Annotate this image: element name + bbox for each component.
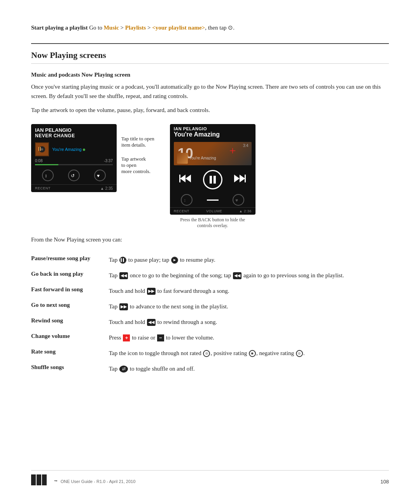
svg-rect-12 bbox=[214, 176, 216, 184]
ctrl-row-fastfwd: Fast forward in song Touch and hold ▶▶ t… bbox=[31, 283, 389, 299]
ctrl-row-shuffle: Shuffle songs Tap ⇄ to toggle shuffle on… bbox=[31, 361, 389, 376]
screen2-main-controls bbox=[170, 167, 256, 192]
footer-guide-text: ONE User Guide - R1.0 - April 21, 2010 bbox=[61, 479, 136, 484]
page-footer: ™ ONE User Guide - R1.0 - April 21, 2010… bbox=[31, 470, 389, 488]
pause-btn[interactable] bbox=[203, 170, 222, 189]
fwd-icon-hold: ▶▶ bbox=[147, 288, 156, 295]
screen2-shuffle[interactable]: ↕ bbox=[181, 194, 192, 206]
forward-btn[interactable] bbox=[233, 173, 246, 186]
screen1-block: IAN PELANGIO NEVER CHANGE II You're Amaz… bbox=[31, 124, 154, 192]
screen2-artwork: 10 + You're Amazing 3:4 bbox=[174, 142, 252, 165]
screen1-artwork: II bbox=[35, 142, 49, 156]
ctrl-desc-volume: Press + to raise or − to lower the volum… bbox=[109, 330, 389, 345]
ctrl-row-rate: Rate song Tap the icon to toggle through… bbox=[31, 345, 389, 361]
now-playing-screen-1: IAN PELANGIO NEVER CHANGE II You're Amaz… bbox=[31, 124, 117, 192]
svg-text:↕: ↕ bbox=[184, 198, 186, 203]
start-playing-line: Start playing a playlist Go to Music > P… bbox=[31, 23, 389, 32]
from-line: From the Now Playing screen you can: bbox=[31, 235, 389, 244]
ctrl-label-shuffle: Shuffle songs bbox=[31, 361, 109, 376]
svg-marker-14 bbox=[234, 175, 240, 182]
svg-marker-13 bbox=[240, 175, 245, 182]
svg-rect-10 bbox=[179, 175, 180, 182]
back-icon-rewind: ◀◀ bbox=[147, 319, 156, 326]
screen1-time-current: 0:08 bbox=[35, 159, 42, 163]
svg-rect-20 bbox=[37, 474, 41, 485]
rewind-btn[interactable] bbox=[179, 173, 192, 186]
footer-logo-tm: ™ bbox=[54, 480, 58, 483]
fwd-icon-tap: ▶▶ bbox=[119, 303, 128, 310]
ctrl-row-next: Go to next song Tap ▶▶ to advance to the… bbox=[31, 299, 389, 314]
screen2-block: IAN PELANGIO You're Amazing 10 + You're … bbox=[170, 124, 256, 229]
back-btn-note: Press the BACK button to hide the contro… bbox=[174, 217, 252, 229]
nav-then: , then tap bbox=[205, 24, 228, 31]
back-icon-1: ◀◀ bbox=[119, 272, 128, 279]
play-icon: ▶ bbox=[171, 257, 178, 264]
callout-artwork-line1: Tap artwork bbox=[121, 156, 154, 162]
ctrl-desc-shuffle: Tap ⇄ to toggle shuffle on and off. bbox=[109, 361, 389, 376]
footer-page-number: 108 bbox=[380, 479, 389, 485]
shuffle-icon: ⇄ bbox=[119, 366, 128, 373]
ctrl-row-pause: Pause/resume song play Tap ▌▌ to pause p… bbox=[31, 252, 389, 268]
callout-title-line2: item details. bbox=[121, 142, 154, 148]
ctrl-label-next: Go to next song bbox=[31, 299, 109, 314]
ctrl-desc-rewind: Touch and hold ◀◀ to rewind through a so… bbox=[109, 314, 389, 330]
callout-artwork-line2: to open bbox=[121, 162, 154, 168]
start-playing-label: Start playing a playlist bbox=[31, 24, 88, 31]
screen1-footer-left[interactable]: RECENT bbox=[35, 186, 51, 190]
screen1-callouts: Tap title to open item details. Tap artw… bbox=[121, 124, 154, 175]
screen2-footer-center: VOLUME bbox=[206, 209, 222, 213]
ctrl-label-volume: Change volume bbox=[31, 330, 109, 345]
rate-neg-icon: ◎ bbox=[296, 350, 303, 357]
ctrl-row-rewind: Rewind song Touch and hold ◀◀ to rewind … bbox=[31, 314, 389, 330]
nav-period: . bbox=[233, 24, 234, 31]
ctrl-row-goback: Go back in song play Tap ◀◀ once to go t… bbox=[31, 268, 389, 283]
pause-icon: ▌▌ bbox=[119, 257, 126, 264]
screen1-artist: IAN PELANGIO bbox=[35, 127, 113, 133]
screen1-footer-right: ▲ 2:35 bbox=[100, 186, 113, 191]
repeat-btn[interactable]: ↺ bbox=[68, 170, 80, 181]
callout-artwork-line3: more controls. bbox=[121, 168, 154, 175]
ctrl-label-rewind: Rewind song bbox=[31, 314, 109, 330]
svg-rect-22 bbox=[42, 479, 47, 481]
svg-text:♥: ♥ bbox=[235, 198, 238, 203]
svg-text:↺: ↺ bbox=[71, 173, 75, 178]
controls-table: Pause/resume song play Tap ▌▌ to pause p… bbox=[31, 252, 389, 376]
svg-marker-8 bbox=[180, 175, 186, 182]
ctrl-desc-pause: Tap ▌▌ to pause play; tap ▶ to resume pl… bbox=[109, 252, 389, 268]
subsection-title: Music and podcasts Now Playing screen bbox=[31, 72, 389, 78]
svg-point-3 bbox=[41, 148, 43, 150]
screen2-footer-left[interactable]: RECENT bbox=[174, 209, 189, 213]
svg-rect-19 bbox=[31, 474, 36, 477]
screens-container: IAN PELANGIO NEVER CHANGE II You're Amaz… bbox=[31, 124, 389, 229]
screen2-footer-right: ▲ 2:36 bbox=[239, 209, 252, 213]
ctrl-desc-rate: Tap the icon to toggle through not rated… bbox=[109, 345, 389, 361]
rating-btn[interactable]: ♥ bbox=[94, 170, 106, 181]
nav-music: Music bbox=[104, 24, 119, 31]
shuffle-btn[interactable]: ↕ bbox=[42, 170, 54, 181]
body-text-2: Tap the artwork to open the volume, paus… bbox=[31, 105, 389, 115]
svg-text:♥: ♥ bbox=[97, 173, 100, 178]
back-icon-2: ◀◀ bbox=[233, 272, 242, 279]
svg-text:↕: ↕ bbox=[45, 173, 47, 178]
ctrl-row-volume: Change volume Press + to raise or − to l… bbox=[31, 330, 389, 345]
ctrl-label-goback: Go back in song play bbox=[31, 268, 109, 283]
svg-text:II: II bbox=[38, 146, 41, 152]
svg-rect-11 bbox=[210, 176, 212, 184]
section-title: Now Playing screens bbox=[31, 43, 389, 64]
footer-logo: ™ bbox=[31, 474, 58, 488]
ctrl-desc-goback: Tap ◀◀ once to go to the beginning of th… bbox=[109, 268, 389, 283]
ctrl-desc-fastfwd: Touch and hold ▶▶ to fast forward throug… bbox=[109, 283, 389, 299]
svg-rect-15 bbox=[245, 175, 246, 182]
minus-icon: − bbox=[157, 334, 164, 341]
ctrl-label-fastfwd: Fast forward in song bbox=[31, 283, 109, 299]
nav-icon: ⊙ bbox=[228, 24, 233, 31]
nav-sep2: > bbox=[146, 24, 152, 31]
nav-playlists: Playlists bbox=[125, 24, 146, 31]
plus-icon: + bbox=[123, 334, 130, 341]
screen2-rating[interactable]: ♥ bbox=[233, 194, 244, 206]
nav-sep1: > bbox=[119, 24, 125, 31]
rate-pos-icon: ◉ bbox=[249, 350, 256, 357]
svg-marker-9 bbox=[186, 175, 191, 182]
screen1-progress bbox=[35, 164, 113, 165]
body-text-1: Once you've starting playing music or a … bbox=[31, 82, 389, 101]
